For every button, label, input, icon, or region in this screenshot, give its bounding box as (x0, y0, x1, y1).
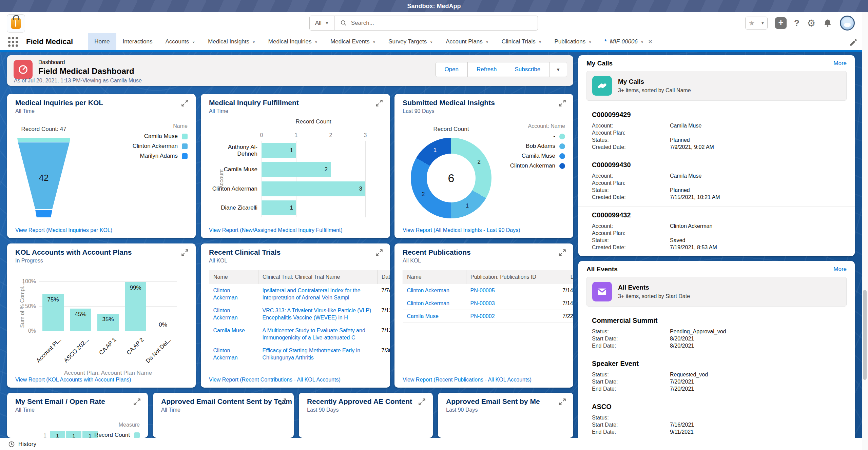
legend-item[interactable]: Camila Muse (144, 133, 188, 140)
history-utility-button[interactable]: History (8, 441, 36, 448)
setup-button[interactable]: ⚙ (807, 18, 815, 29)
edit-pencil-icon[interactable] (849, 38, 858, 47)
expand-icon[interactable] (278, 397, 288, 407)
list-view-banner[interactable]: All Events 3+ items, sorted by Start Dat… (586, 277, 847, 307)
call-name[interactable]: C000099432 (592, 211, 847, 219)
tab-clinical-trials[interactable]: Clinical Trials∨ (495, 33, 548, 50)
open-button[interactable]: Open (436, 62, 467, 77)
event-envelope-icon (592, 282, 612, 301)
tab-medical-events[interactable]: Medical Events∨ (324, 33, 382, 50)
chevron-down-icon[interactable]: ∨ (486, 39, 489, 44)
record-link[interactable]: Efficacy of Starting Methotrexate Early … (258, 344, 378, 364)
chevron-down-icon[interactable]: ∨ (430, 39, 433, 44)
expand-icon[interactable] (180, 99, 190, 108)
bar-diane-zicarelli[interactable]: 1 (262, 200, 296, 215)
scrollbar-thumb[interactable] (863, 290, 867, 380)
refresh-button[interactable]: Refresh (467, 62, 506, 77)
record-link[interactable]: PN-00005 (466, 284, 548, 297)
record-link[interactable]: VRC 313: A Trivalent Virus-like Particle… (258, 304, 378, 324)
event-name[interactable]: Commercial Summit (592, 317, 847, 325)
favorites-button[interactable]: ★ ▼ (745, 17, 768, 30)
global-add-button[interactable]: + (775, 17, 787, 29)
notifications-bell-icon[interactable] (823, 18, 832, 28)
expand-icon[interactable] (558, 99, 567, 108)
bar-clinton-ackerman[interactable]: 3 (262, 181, 365, 196)
record-link[interactable]: A Multicenter Study to Evaluate Safety a… (258, 324, 378, 344)
chevron-down-icon[interactable]: ∨ (589, 39, 592, 44)
view-report-link[interactable]: View Report (New/Assigned Medical Inquir… (209, 227, 343, 233)
close-icon[interactable]: ✕ (648, 39, 653, 45)
tab-accounts[interactable]: Accounts∨ (159, 33, 201, 50)
record-link[interactable]: Camila Muse (209, 324, 258, 344)
record-link[interactable]: Camila Muse (403, 310, 466, 323)
record-link[interactable]: PN-00002 (466, 310, 548, 323)
more-actions-dropdown[interactable]: ▼ (549, 62, 567, 77)
column-header-publication-publications-id[interactable]: Publication: Publications ID (466, 270, 548, 284)
record-link[interactable]: Clinton Ackerman (209, 304, 258, 324)
event-name[interactable]: Speaker Event (592, 360, 847, 368)
legend-item[interactable]: Marilyn Adams (140, 153, 188, 159)
chevron-down-icon[interactable]: ∨ (539, 39, 542, 44)
column-header-name[interactable]: Name (403, 270, 466, 284)
more-link[interactable]: More (833, 60, 847, 67)
tab-publications[interactable]: Publications∨ (548, 33, 598, 50)
record-link[interactable]: Clinton Ackerman (209, 344, 258, 364)
user-avatar[interactable] (840, 16, 855, 31)
expand-icon[interactable] (132, 397, 142, 407)
chevron-down-icon[interactable]: ∨ (252, 39, 255, 44)
view-report-link[interactable]: View Report (Recent Contributions - All … (209, 377, 341, 383)
expand-icon[interactable] (180, 248, 190, 258)
bar-anthony-al-dehneh[interactable]: 1 (262, 143, 296, 158)
chevron-down-icon[interactable]: ∨ (314, 39, 317, 44)
tab-home[interactable]: Home (88, 33, 116, 50)
record-link[interactable]: Clinton Ackerman (403, 284, 466, 297)
expand-icon[interactable] (558, 248, 567, 258)
tab-medical-insights[interactable]: Medical Insights∨ (201, 33, 262, 50)
expand-icon[interactable] (558, 397, 567, 407)
legend-item[interactable]: Clinton Ackerman (510, 162, 565, 169)
tab-survey-targets[interactable]: Survey Targets∨ (382, 33, 439, 50)
page-scrollbar[interactable] (862, 12, 868, 450)
chevron-down-icon[interactable]: ▼ (758, 17, 767, 29)
record-link[interactable]: Ipsilateral and Contralateral Index for … (258, 284, 378, 304)
global-search[interactable]: All ▼ Search... (309, 16, 538, 31)
view-report-link[interactable]: View Report (Medical Inquiries per KOL) (15, 227, 112, 233)
bar-camila-muse[interactable]: 2 (262, 162, 331, 177)
legend-item[interactable]: Camila Muse (522, 153, 565, 159)
view-report-link[interactable]: View Report (KOL Accounts with Account P… (15, 377, 131, 383)
app-logo[interactable] (7, 14, 25, 33)
legend-item[interactable]: - (553, 133, 565, 140)
list-view-banner[interactable]: My Calls 3+ items, sorted by Call Name (586, 71, 847, 101)
record-link[interactable]: Clinton Ackerman (403, 297, 466, 310)
chevron-down-icon[interactable]: ∨ (372, 39, 375, 44)
chevron-down-icon[interactable]: ∨ (192, 39, 195, 44)
expand-icon[interactable] (417, 397, 427, 407)
record-link[interactable]: Clinton Ackerman (209, 284, 258, 304)
column-header-name[interactable]: Name (209, 270, 258, 284)
view-report-link[interactable]: View Report (All Medical Insights - Last… (403, 227, 520, 233)
chevron-down-icon[interactable]: ∨ (641, 39, 644, 44)
column-header-dat[interactable]: Dat… (378, 270, 390, 284)
event-name[interactable]: ASCO (592, 403, 847, 411)
tab-mif-00006[interactable]: *MIF-00006∨✕ (598, 33, 659, 50)
tab-medical-inquiries[interactable]: Medical Inquiries∨ (262, 33, 324, 50)
help-button[interactable]: ? (794, 18, 799, 28)
legend-item[interactable]: Clinton Ackerman (133, 143, 188, 150)
expand-icon[interactable] (374, 99, 384, 108)
search-scope-dropdown[interactable]: All ▼ (310, 16, 335, 30)
more-link[interactable]: More (833, 266, 847, 273)
column-header-clinical-trial-clinical-trial-name[interactable]: Clinical Trial: Clinical Trial Name (258, 270, 378, 284)
call-name[interactable]: C000099430 (592, 161, 847, 169)
expand-icon[interactable] (374, 248, 384, 258)
search-input[interactable]: Search... (335, 20, 538, 26)
record-link[interactable]: PN-00003 (466, 297, 548, 310)
subscribe-button[interactable]: Subscribe (506, 62, 549, 77)
app-launcher-icon[interactable] (8, 37, 18, 50)
view-report-link[interactable]: View Report (Recent Publications - All K… (403, 377, 532, 383)
call-name[interactable]: C000099429 (592, 111, 847, 119)
column-header-date[interactable]: Date↑ (548, 270, 574, 284)
tab-account-plans[interactable]: Account Plans∨ (439, 33, 495, 50)
legend-item[interactable]: Bob Adams (526, 143, 565, 150)
star-icon[interactable]: ★ (746, 19, 758, 27)
tab-interactions[interactable]: Interactions (116, 33, 159, 50)
